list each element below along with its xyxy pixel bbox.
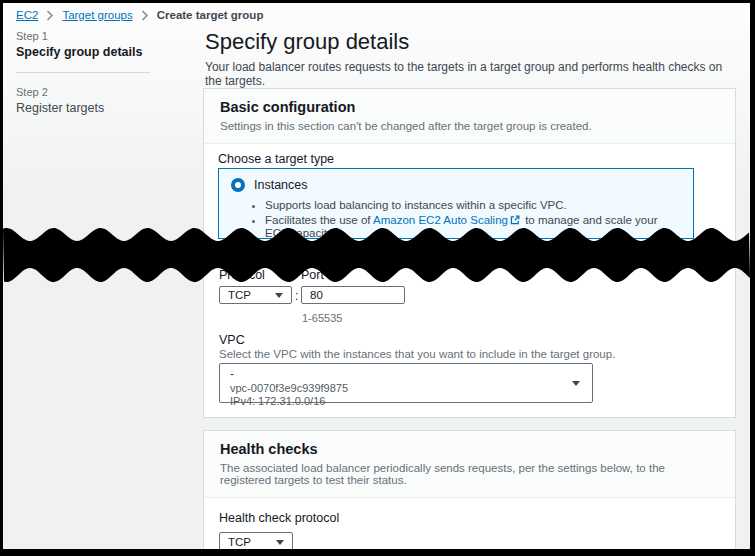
health-checks-body: Health check protocol TCP — [204, 498, 735, 556]
breadcrumb-current: Create target group — [157, 9, 264, 21]
breadcrumb: EC2 Target groups Create target group — [16, 9, 263, 21]
breadcrumb-link-ec2[interactable]: EC2 — [16, 9, 38, 21]
sidenav-divider — [16, 72, 150, 73]
instances-option-label: Instances — [254, 178, 308, 192]
protocol-select[interactable]: TCP — [219, 286, 292, 304]
sidebar-item-register-targets: Register targets — [16, 101, 186, 115]
sidebar-item-specify-group-details: Specify group details — [16, 45, 186, 59]
vpc-label: VPC — [219, 333, 245, 347]
protocol-label: Protocol — [219, 268, 265, 282]
instances-option-bullets: Supports load balancing to instances wit… — [231, 199, 681, 239]
external-link-icon[interactable] — [510, 215, 520, 227]
basic-configuration-header: Basic configuration Settings in this sec… — [204, 89, 735, 144]
health-check-protocol-value: TCP — [228, 536, 251, 548]
instances-bullet-2: Facilitates the use of Amazon EC2 Auto S… — [265, 214, 681, 239]
basic-configuration-title: Basic configuration — [220, 99, 719, 115]
basic-configuration-panel: Basic configuration Settings in this sec… — [203, 88, 736, 418]
chevron-down-icon — [572, 381, 580, 386]
health-check-protocol-label: Health check protocol — [219, 511, 720, 525]
ec2-auto-scaling-link[interactable]: Amazon EC2 Auto Scaling — [373, 214, 508, 226]
chevron-down-icon — [275, 293, 283, 298]
health-checks-title: Health checks — [220, 441, 719, 457]
chevron-right-icon — [141, 10, 149, 21]
target-type-label: Choose a target type — [218, 152, 334, 166]
vpc-selected-cidr: IPv4: 172.31.0.0/16 — [230, 395, 582, 407]
app-window: EC2 Target groups Create target group St… — [0, 0, 755, 556]
vpc-select[interactable]: - vpc-0070f3e9c939f9875 IPv4: 172.31.0.0… — [219, 363, 593, 403]
health-checks-header: Health checks The associated load balanc… — [204, 431, 735, 498]
bullet2-prefix: Facilitates the use of — [265, 214, 370, 226]
wizard-steps-nav: Step 1 Specify group details Step 2 Regi… — [16, 30, 186, 115]
protocol-select-value: TCP — [228, 289, 251, 301]
instances-bullet-1: Supports load balancing to instances wit… — [265, 199, 681, 211]
vpc-selected-id: vpc-0070f3e9c939f9875 — [230, 382, 582, 394]
protocol-port-separator: : — [295, 289, 298, 303]
target-type-instances-tile[interactable]: Instances Supports load balancing to ins… — [218, 168, 694, 239]
vpc-selected-name: - — [230, 367, 582, 381]
chevron-down-icon — [276, 540, 284, 545]
page-subtitle: Your load balancer routes requests to th… — [205, 60, 739, 88]
step2-label: Step 2 — [16, 86, 186, 98]
radio-selected-icon[interactable] — [231, 178, 245, 192]
health-checks-panel: Health checks The associated load balanc… — [203, 430, 736, 556]
health-check-protocol-select[interactable]: TCP — [219, 532, 293, 552]
step1-label: Step 1 — [16, 30, 186, 42]
port-hint: 1-65535 — [302, 312, 342, 324]
breadcrumb-link-target-groups[interactable]: Target groups — [62, 9, 132, 21]
page-title: Specify group details — [205, 29, 409, 55]
port-label: Port — [301, 268, 324, 282]
vpc-description: Select the VPC with the instances that y… — [219, 348, 615, 360]
chevron-right-icon — [46, 10, 54, 21]
port-input[interactable] — [301, 286, 405, 304]
health-checks-description: The associated load balancer periodicall… — [220, 462, 719, 486]
basic-configuration-description: Settings in this section can't be change… — [220, 120, 719, 132]
